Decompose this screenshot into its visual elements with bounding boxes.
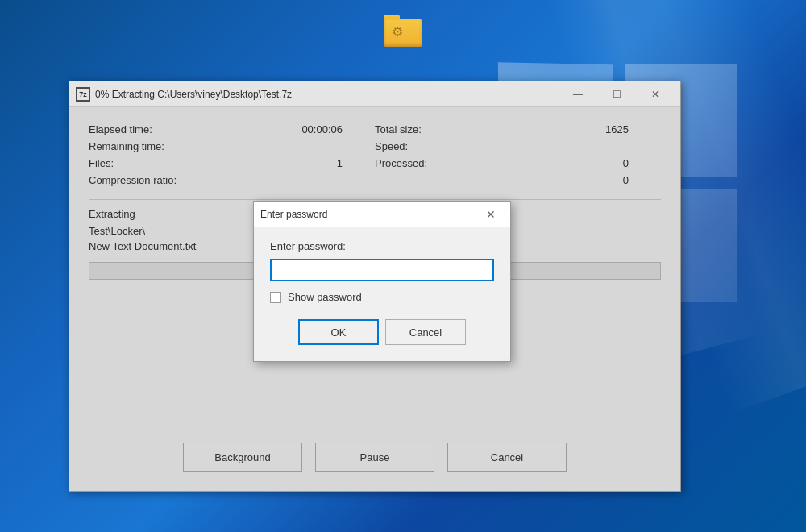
gear-icon: ⚙ [392, 26, 403, 39]
dialog-buttons: OK Cancel [270, 319, 494, 345]
password-dialog: Enter password ✕ Enter password: Show pa… [253, 201, 511, 362]
password-input[interactable] [270, 259, 494, 281]
show-password-label[interactable]: Show password [288, 291, 362, 303]
show-password-row: Show password [270, 291, 494, 303]
password-prompt: Enter password: [270, 240, 494, 252]
show-password-checkbox[interactable] [270, 292, 281, 303]
desktop: ⚙ 7z 0% Extracting C:\Users\viney\Deskto… [0, 0, 806, 532]
main-window: 7z 0% Extracting C:\Users\viney\Desktop\… [69, 81, 681, 492]
dialog-title-bar: Enter password ✕ [254, 202, 510, 227]
desktop-folder-icon[interactable]: ⚙ [384, 15, 422, 49]
dialog-close-button[interactable]: ✕ [478, 203, 504, 226]
dialog-cancel-button[interactable]: Cancel [385, 319, 466, 345]
dialog-ok-button[interactable]: OK [298, 319, 379, 345]
dialog-title: Enter password [260, 209, 327, 220]
dialog-body: Enter password: Show password OK Cancel [254, 227, 510, 361]
dialog-overlay: Enter password ✕ Enter password: Show pa… [69, 81, 680, 491]
folder-body: ⚙ [384, 19, 422, 47]
